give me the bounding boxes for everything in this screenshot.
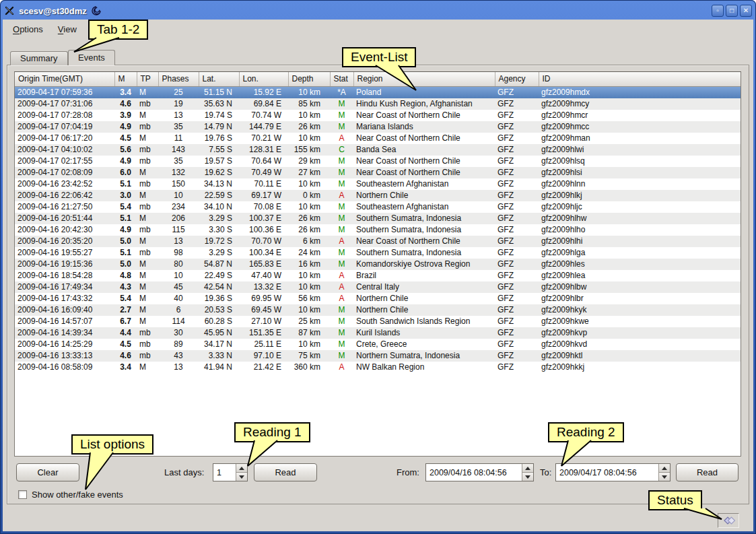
- cell-id[interactable]: gfz2009hlbr: [539, 293, 741, 304]
- tab-summary[interactable]: Summary: [10, 51, 68, 65]
- cell-stat[interactable]: A: [330, 281, 353, 293]
- table-row[interactable]: 2009-04-16 19:15:365.0M8054.87 N165.83 E…: [15, 259, 741, 270]
- cell-stat[interactable]: *A: [330, 86, 353, 98]
- cell-lon[interactable]: 15.92 E: [239, 86, 288, 98]
- column-header-7[interactable]: Stat: [330, 72, 353, 86]
- cell-tp[interactable]: M: [137, 190, 158, 201]
- cell-stat[interactable]: M: [330, 213, 353, 224]
- table-row[interactable]: 2009-04-16 19:55:275.1mb983.29 S100.34 E…: [15, 247, 741, 259]
- cell-lat[interactable]: 51.15 N: [199, 86, 239, 98]
- cell-region[interactable]: Southern Sumatra, Indonesia: [353, 213, 495, 224]
- cell-id[interactable]: gfz2009hman: [539, 133, 741, 144]
- cell-m[interactable]: 4.5: [114, 133, 137, 144]
- cell-agency[interactable]: GFZ: [495, 316, 539, 327]
- cell-region[interactable]: Northern Sumatra, Indonesia: [353, 350, 495, 362]
- table-row[interactable]: 2009-04-16 18:54:284.8M1022.49 S47.40 W1…: [15, 270, 741, 281]
- cell-lat[interactable]: 19.62 S: [199, 167, 239, 178]
- cell-tp[interactable]: mb: [137, 350, 158, 362]
- cell-lat[interactable]: 3.29 S: [199, 247, 239, 259]
- cell-time[interactable]: 2009-04-16 19:15:36: [15, 259, 114, 270]
- cell-time[interactable]: 2009-04-16 20:42:30: [15, 224, 114, 236]
- cell-lat[interactable]: 34.17 N: [199, 339, 239, 350]
- cell-m[interactable]: 4.8: [114, 270, 137, 281]
- event-list[interactable]: Origin Time(GMT)MTPPhasesLat.Lon.DepthSt…: [14, 71, 741, 457]
- cell-agency[interactable]: GFZ: [495, 144, 539, 156]
- cell-stat[interactable]: M: [330, 316, 353, 327]
- cell-phases[interactable]: 234: [158, 201, 199, 213]
- cell-time[interactable]: 2009-04-17 02:17:55: [15, 156, 114, 167]
- menu-options[interactable]: Options: [7, 22, 49, 36]
- cell-stat[interactable]: M: [330, 167, 353, 178]
- cell-agency[interactable]: GFZ: [495, 350, 539, 362]
- cell-id[interactable]: gfz2009hlga: [539, 247, 741, 259]
- last-days-spinbox[interactable]: [213, 463, 248, 481]
- cell-lon[interactable]: 100.36 E: [239, 224, 288, 236]
- title-bar[interactable]: scesv@st30dmz ▫ □ ✕: [4, 3, 752, 19]
- cell-depth[interactable]: 0 km: [288, 190, 330, 201]
- cell-phases[interactable]: 11: [158, 133, 199, 144]
- cell-region[interactable]: Komandorskiye Ostrova Region: [353, 259, 495, 270]
- cell-region[interactable]: Mariana Islands: [353, 121, 495, 133]
- table-row[interactable]: 2009-04-17 02:08:096.0M13219.62 S70.49 W…: [15, 167, 741, 178]
- cell-m[interactable]: 2.7: [114, 304, 137, 316]
- cell-region[interactable]: Southeastern Afghanistan: [353, 178, 495, 190]
- cell-region[interactable]: Northern Chile: [353, 304, 495, 316]
- cell-depth[interactable]: 10 km: [288, 339, 330, 350]
- cell-region[interactable]: South Sandwich Islands Region: [353, 316, 495, 327]
- cell-lon[interactable]: 25.11 E: [239, 339, 288, 350]
- cell-stat[interactable]: M: [330, 327, 353, 339]
- cell-phases[interactable]: 98: [158, 247, 199, 259]
- cell-depth[interactable]: 10 km: [288, 201, 330, 213]
- spin-up-icon[interactable]: [522, 464, 533, 473]
- cell-lat[interactable]: 35.63 N: [199, 98, 239, 110]
- cell-lon[interactable]: 97.10 E: [239, 350, 288, 362]
- cell-time[interactable]: 2009-04-16 17:49:34: [15, 281, 114, 293]
- cell-lon[interactable]: 69.45 W: [239, 304, 288, 316]
- cell-id[interactable]: gfz2009hmcr: [539, 110, 741, 121]
- cell-depth[interactable]: 10 km: [288, 133, 330, 144]
- cell-lat[interactable]: 19.72 S: [199, 236, 239, 247]
- cell-agency[interactable]: GFZ: [495, 259, 539, 270]
- table-row[interactable]: 2009-04-17 06:17:204.5M1119.76 S70.21 W1…: [15, 133, 741, 144]
- cell-phases[interactable]: 89: [158, 339, 199, 350]
- cell-m[interactable]: 5.0: [114, 236, 137, 247]
- table-row[interactable]: 2009-04-17 02:17:554.9mb3519.57 S70.64 W…: [15, 156, 741, 167]
- cell-m[interactable]: 4.3: [114, 281, 137, 293]
- cell-m[interactable]: 3.0: [114, 190, 137, 201]
- cell-id[interactable]: gfz2009hlsq: [539, 156, 741, 167]
- table-row[interactable]: 2009-04-16 20:42:304.9mb1153.30 S100.36 …: [15, 224, 741, 236]
- minimize-button[interactable]: ▫: [712, 5, 724, 17]
- table-row[interactable]: 2009-04-16 17:49:344.3M4542.54 N13.32 E1…: [15, 281, 741, 293]
- cell-depth[interactable]: 85 km: [288, 98, 330, 110]
- cell-lat[interactable]: 60.28 S: [199, 316, 239, 327]
- cell-stat[interactable]: M: [330, 121, 353, 133]
- cell-depth[interactable]: 10 km: [288, 270, 330, 281]
- cell-depth[interactable]: 10 km: [288, 304, 330, 316]
- cell-tp[interactable]: M: [137, 270, 158, 281]
- cell-id[interactable]: gfz2009hkyk: [539, 304, 741, 316]
- spin-up-icon[interactable]: [236, 464, 247, 473]
- table-row[interactable]: 2009-04-16 21:27:505.4mb23434.10 N70.08 …: [15, 201, 741, 213]
- cell-tp[interactable]: mb: [137, 327, 158, 339]
- table-row[interactable]: 2009-04-16 14:25:294.5mb8934.17 N25.11 E…: [15, 339, 741, 350]
- cell-time[interactable]: 2009-04-16 16:09:40: [15, 304, 114, 316]
- cell-id[interactable]: gfz2009hles: [539, 259, 741, 270]
- cell-lon[interactable]: 70.08 E: [239, 201, 288, 213]
- column-header-8[interactable]: Region: [353, 72, 495, 86]
- cell-lat[interactable]: 3.29 S: [199, 213, 239, 224]
- cell-depth[interactable]: 10 km: [288, 281, 330, 293]
- cell-region[interactable]: Brazil: [353, 270, 495, 281]
- cell-tp[interactable]: M: [137, 293, 158, 304]
- cell-tp[interactable]: mb: [137, 178, 158, 190]
- cell-agency[interactable]: GFZ: [495, 110, 539, 121]
- cell-agency[interactable]: GFZ: [495, 236, 539, 247]
- cell-depth[interactable]: 26 km: [288, 121, 330, 133]
- cell-agency[interactable]: GFZ: [495, 327, 539, 339]
- cell-time[interactable]: 2009-04-16 23:42:52: [15, 178, 114, 190]
- cell-time[interactable]: 2009-04-16 20:51:44: [15, 213, 114, 224]
- cell-time[interactable]: 2009-04-16 20:35:20: [15, 236, 114, 247]
- cell-stat[interactable]: A: [330, 270, 353, 281]
- cell-phases[interactable]: 206: [158, 213, 199, 224]
- cell-agency[interactable]: GFZ: [495, 247, 539, 259]
- table-row[interactable]: 2009-04-16 20:35:205.0M1319.72 S70.70 W6…: [15, 236, 741, 247]
